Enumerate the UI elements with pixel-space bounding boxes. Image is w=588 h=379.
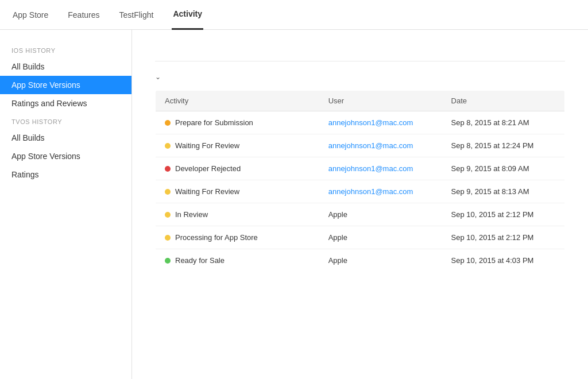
- table-row: Waiting For Reviewannejohnson1@mac.comSe…: [156, 180, 565, 203]
- status-dot: [165, 258, 171, 264]
- user-cell-4: Apple: [319, 203, 442, 226]
- date-cell-3: Sep 9, 2015 at 8:13 AM: [442, 180, 565, 203]
- status-dot: [165, 235, 171, 241]
- activity-cell-4: In Review: [156, 203, 319, 226]
- top-nav-item-activity[interactable]: Activity: [172, 0, 203, 30]
- chevron-icon: ⌄: [155, 73, 161, 81]
- activity-label: Prepare for Submission: [175, 118, 253, 127]
- top-nav-item-app-store[interactable]: App Store: [11, 0, 49, 30]
- table-row: Prepare for Submissionannejohnson1@mac.c…: [156, 111, 565, 134]
- table-row: Ready for SaleAppleSep 10, 2015 at 4:03 …: [156, 249, 565, 272]
- date-cell-4: Sep 10, 2015 at 2:12 PM: [442, 203, 565, 226]
- user-link[interactable]: annejohnson1@mac.com: [328, 164, 413, 173]
- top-nav: App StoreFeaturesTestFlightActivity: [0, 0, 588, 30]
- top-nav-item-testflight[interactable]: TestFlight: [118, 0, 155, 30]
- activity-cell-5: Processing for App Store: [156, 226, 319, 249]
- version-header[interactable]: ⌄: [155, 73, 565, 81]
- status-dot: [165, 212, 171, 218]
- activity-cell-0: Prepare for Submission: [156, 111, 319, 134]
- activity-cell-2: Developer Rejected: [156, 157, 319, 180]
- user-cell-5: Apple: [319, 226, 442, 249]
- table-row: In ReviewAppleSep 10, 2015 at 2:12 PM: [156, 203, 565, 226]
- table-row: Waiting For Reviewannejohnson1@mac.comSe…: [156, 134, 565, 157]
- sidebar-item-ios-ratings-reviews[interactable]: Ratings and Reviews: [0, 94, 131, 113]
- main-layout: iOS HISTORYAll BuildsApp Store VersionsR…: [0, 30, 588, 379]
- sidebar: iOS HISTORYAll BuildsApp Store VersionsR…: [0, 30, 132, 379]
- status-dot: [165, 189, 171, 195]
- sidebar-section-tvos-history: tvOS HISTORY: [0, 113, 131, 129]
- sidebar-item-tvos-ratings[interactable]: Ratings: [0, 165, 131, 184]
- status-dot: [165, 120, 171, 126]
- activity-label: Processing for App Store: [175, 233, 258, 242]
- activity-label: Developer Rejected: [175, 164, 241, 173]
- activity-label: Ready for Sale: [175, 256, 225, 265]
- user-cell-3[interactable]: annejohnson1@mac.com: [319, 180, 442, 203]
- col-header-user: User: [319, 91, 442, 111]
- user-cell-0[interactable]: annejohnson1@mac.com: [319, 111, 442, 134]
- date-cell-0: Sep 8, 2015 at 8:21 AM: [442, 111, 565, 134]
- sidebar-item-ios-app-store-versions[interactable]: App Store Versions: [0, 76, 131, 94]
- sidebar-item-tvos-all-builds[interactable]: All Builds: [0, 129, 131, 147]
- user-cell-6: Apple: [319, 249, 442, 272]
- activity-table-body: Prepare for Submissionannejohnson1@mac.c…: [156, 111, 565, 272]
- user-link[interactable]: annejohnson1@mac.com: [328, 141, 413, 150]
- user-cell-1[interactable]: annejohnson1@mac.com: [319, 134, 442, 157]
- activity-label: Waiting For Review: [175, 141, 239, 150]
- col-header-date: Date: [442, 91, 565, 111]
- sidebar-item-tvos-app-store-versions[interactable]: App Store Versions: [0, 147, 131, 165]
- date-cell-2: Sep 9, 2015 at 8:09 AM: [442, 157, 565, 180]
- status-dot: [165, 143, 171, 149]
- top-nav-item-features[interactable]: Features: [67, 0, 100, 30]
- table-row: Developer Rejectedannejohnson1@mac.comSe…: [156, 157, 565, 180]
- activity-cell-1: Waiting For Review: [156, 134, 319, 157]
- main-content: ⌄ Activity User Date Prepare for Submiss…: [132, 30, 588, 379]
- activity-table: Activity User Date Prepare for Submissio…: [155, 90, 565, 272]
- divider: [155, 61, 565, 61]
- date-cell-5: Sep 10, 2015 at 2:12 PM: [442, 226, 565, 249]
- col-header-activity: Activity: [156, 91, 319, 111]
- user-cell-2[interactable]: annejohnson1@mac.com: [319, 157, 442, 180]
- activity-label: In Review: [175, 210, 208, 219]
- user-link[interactable]: annejohnson1@mac.com: [328, 187, 413, 196]
- status-dot: [165, 166, 171, 172]
- sidebar-section-ios-history: iOS HISTORY: [0, 41, 131, 57]
- user-link[interactable]: annejohnson1@mac.com: [328, 118, 413, 127]
- table-header-row: Activity User Date: [156, 91, 565, 111]
- sidebar-item-ios-all-builds[interactable]: All Builds: [0, 57, 131, 76]
- date-cell-6: Sep 10, 2015 at 4:03 PM: [442, 249, 565, 272]
- activity-cell-6: Ready for Sale: [156, 249, 319, 272]
- activity-cell-3: Waiting For Review: [156, 180, 319, 203]
- date-cell-1: Sep 8, 2015 at 12:24 PM: [442, 134, 565, 157]
- table-row: Processing for App StoreAppleSep 10, 201…: [156, 226, 565, 249]
- activity-label: Waiting For Review: [175, 187, 239, 196]
